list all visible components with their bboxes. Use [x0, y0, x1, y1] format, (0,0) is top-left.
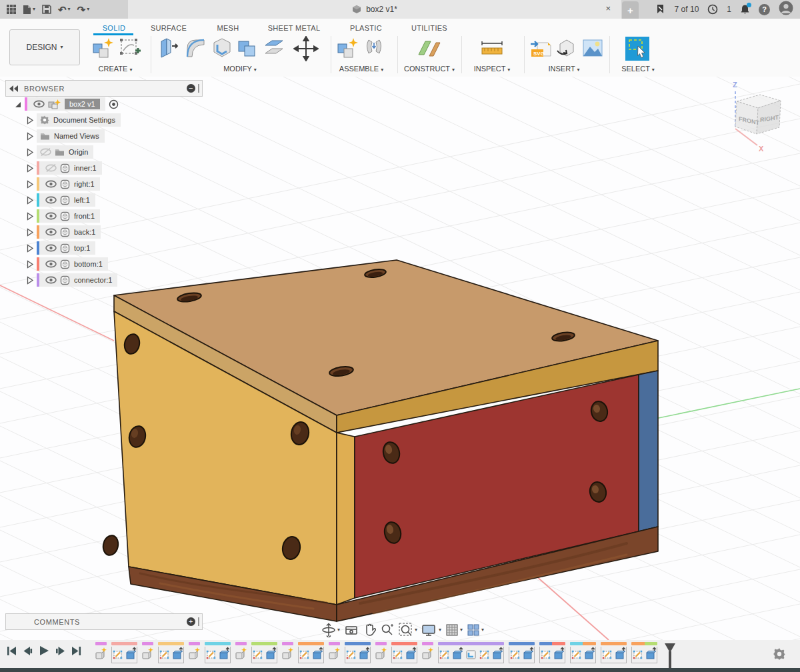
- expand-arrow-icon[interactable]: [25, 212, 34, 221]
- timeline-feature-group[interactable]: [601, 642, 627, 663]
- timeline-feature-group[interactable]: [251, 642, 277, 663]
- browser-row-pill[interactable]: Origin: [37, 145, 93, 159]
- expand-arrow-icon[interactable]: [25, 196, 34, 205]
- visibility-eye-icon[interactable]: [45, 196, 57, 204]
- expand-arrow-icon[interactable]: [25, 276, 34, 285]
- browser-row-pill[interactable]: back:1: [37, 225, 101, 239]
- timeline-extrude-icon[interactable]: [219, 647, 230, 661]
- browser-row-pill[interactable]: right:1: [37, 177, 100, 191]
- timeline-component-icon[interactable]: [329, 647, 340, 661]
- play-icon[interactable]: [39, 645, 49, 656]
- timeline-sketch-icon[interactable]: [299, 647, 310, 661]
- timeline-feature-group[interactable]: [205, 642, 231, 663]
- timeline-extrude-icon[interactable]: [312, 647, 323, 661]
- browser-row-inner-1[interactable]: inner:1: [25, 161, 102, 175]
- group-select[interactable]: SELECT ▾: [613, 65, 663, 73]
- timeline-extrude-icon[interactable]: [584, 647, 595, 661]
- timeline-component-icon[interactable]: [235, 647, 247, 661]
- visibility-eye-icon[interactable]: [45, 212, 57, 220]
- timeline-sketch-icon[interactable]: [252, 647, 263, 661]
- browser-row-origin[interactable]: Origin: [25, 145, 93, 159]
- group-modify[interactable]: MODIFY ▾: [213, 65, 267, 73]
- zoom-icon[interactable]: [380, 623, 395, 637]
- expand-arrow-icon[interactable]: [25, 228, 34, 237]
- skip-end-icon[interactable]: [71, 646, 81, 656]
- version-flag-icon[interactable]: [655, 4, 666, 15]
- browser-row-front-1[interactable]: front:1: [25, 209, 100, 223]
- tab-mesh[interactable]: MESH: [214, 24, 242, 33]
- browser-row-named-views[interactable]: Named Views: [25, 129, 105, 143]
- browser-row-box2-v1[interactable]: box2 v1: [13, 97, 119, 111]
- scene-canvas[interactable]: Z X FRONT RIGHT: [0, 77, 800, 640]
- panel-grip[interactable]: [198, 84, 199, 93]
- expand-arrow-icon[interactable]: [25, 164, 34, 173]
- tab-solid[interactable]: SOLID: [95, 24, 133, 33]
- timeline-sketch-icon[interactable]: [205, 647, 217, 661]
- offset-face-icon[interactable]: [263, 36, 285, 64]
- construct-plane-icon[interactable]: [416, 36, 443, 64]
- browser-row-pill[interactable]: inner:1: [37, 161, 102, 175]
- activate-component-icon[interactable]: [109, 99, 119, 109]
- browser-row-label[interactable]: Origin: [69, 148, 88, 156]
- measure-icon[interactable]: [479, 36, 505, 64]
- box-corner-strip[interactable]: [337, 433, 355, 605]
- browser-row-back-1[interactable]: back:1: [25, 225, 101, 239]
- collapse-panel-icon[interactable]: [9, 85, 19, 92]
- group-inspect[interactable]: INSPECT ▾: [465, 65, 519, 73]
- grid-settings-icon[interactable]: ▾: [445, 623, 463, 637]
- tab-surface[interactable]: SURFACE: [148, 24, 189, 33]
- timeline-sketch-icon[interactable]: [540, 647, 551, 661]
- timeline-extrude-icon[interactable]: [125, 647, 137, 661]
- press-pull-icon[interactable]: [157, 36, 180, 64]
- browser-row-pill[interactable]: box2 v1: [25, 97, 105, 111]
- browser-row-pill[interactable]: bottom:1: [37, 257, 108, 271]
- browser-row-label[interactable]: connector:1: [74, 276, 112, 284]
- viewports-icon[interactable]: ▾: [467, 623, 484, 637]
- timeline-extrude-icon[interactable]: [615, 647, 626, 661]
- timeline-sketch-icon[interactable]: [345, 647, 357, 661]
- browser-row-document-settings[interactable]: Document Settings: [25, 113, 121, 127]
- timeline-feature-group[interactable]: [329, 642, 340, 661]
- timeline-feature-group[interactable]: [422, 642, 433, 661]
- timeline-extrude-icon[interactable]: [172, 647, 183, 661]
- assemble-new-component-icon[interactable]: [336, 36, 359, 64]
- timeline-feature-group[interactable]: [570, 642, 596, 663]
- combine-icon[interactable]: [236, 36, 259, 64]
- browser-row-right-1[interactable]: right:1: [25, 177, 100, 191]
- browser-row-pill[interactable]: front:1: [37, 209, 100, 223]
- browser-row-label[interactable]: Document Settings: [53, 116, 115, 124]
- insert-mesh-icon[interactable]: [555, 36, 577, 64]
- timeline-sketch-icon[interactable]: [632, 647, 643, 661]
- step-back-icon[interactable]: [23, 646, 33, 656]
- timeline-sketch-icon[interactable]: [509, 647, 521, 661]
- visibility-eye-icon[interactable]: [45, 180, 57, 188]
- timeline-sketch-icon[interactable]: [479, 647, 490, 661]
- look-at-icon[interactable]: [344, 623, 359, 637]
- add-comment-icon[interactable]: +: [187, 617, 195, 626]
- tab-plastic[interactable]: PLASTIC: [349, 24, 383, 33]
- visibility-eye-off-icon[interactable]: [45, 164, 57, 172]
- timeline-feature-group[interactable]: [158, 642, 184, 663]
- timeline-extrude-icon[interactable]: [452, 647, 463, 661]
- orbit-icon[interactable]: ▾: [321, 623, 340, 637]
- timeline-component-icon[interactable]: [95, 647, 107, 661]
- joint-icon[interactable]: [363, 36, 385, 64]
- expanded-arrow-icon[interactable]: [13, 100, 22, 109]
- clock-icon[interactable]: [707, 4, 718, 15]
- group-assemble[interactable]: ASSEMBLE ▾: [332, 65, 391, 73]
- create-sketch-icon[interactable]: [118, 36, 141, 64]
- timeline-feature-group[interactable]: [509, 642, 535, 663]
- expand-arrow-icon[interactable]: [25, 148, 34, 157]
- timeline-feature-group[interactable]: [631, 642, 657, 663]
- timeline-feature-group[interactable]: [282, 642, 293, 661]
- visibility-eye-off-icon[interactable]: [40, 148, 51, 156]
- browser-row-top-1[interactable]: top:1: [25, 241, 95, 255]
- timeline-extrude-icon[interactable]: [553, 647, 565, 661]
- timeline-feature-group[interactable]: [142, 642, 153, 661]
- expand-arrow-icon[interactable]: [25, 116, 34, 125]
- browser-row-label[interactable]: inner:1: [74, 164, 97, 172]
- browser-row-pill[interactable]: Named Views: [37, 129, 105, 143]
- timeline-extrude-icon[interactable]: [492, 647, 503, 661]
- browser-row-label[interactable]: box2 v1: [65, 99, 100, 109]
- timeline-component-icon[interactable]: [375, 647, 387, 661]
